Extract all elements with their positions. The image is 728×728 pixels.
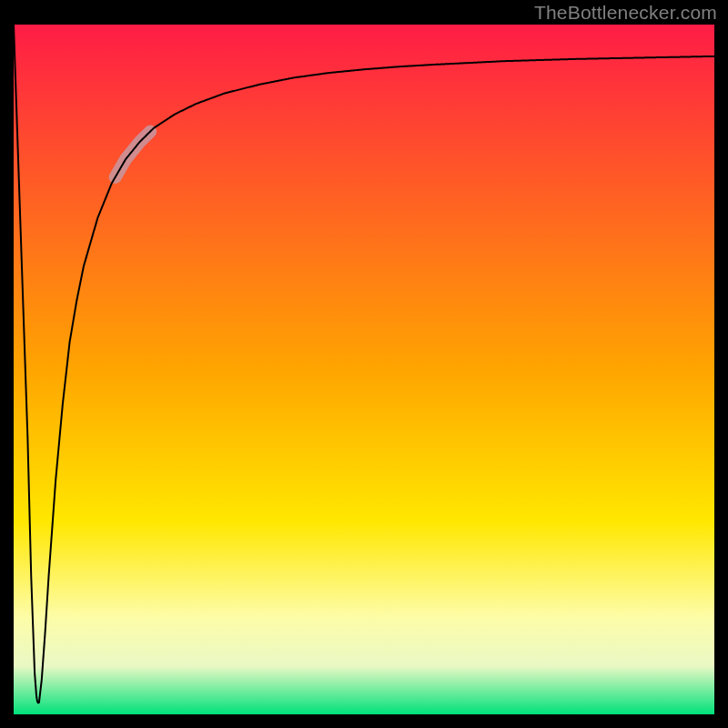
chart-container: TheBottlenecker.com xyxy=(0,0,728,728)
bottleneck-chart-canvas xyxy=(0,0,728,728)
attribution-label: TheBottlenecker.com xyxy=(534,2,717,24)
